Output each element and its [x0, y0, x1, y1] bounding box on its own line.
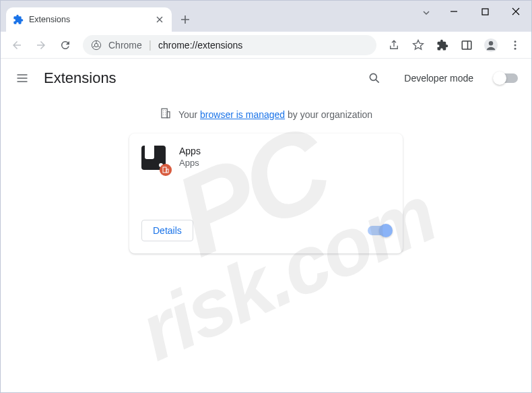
- extension-name: Apps: [179, 146, 201, 156]
- window-controls: [414, 1, 531, 32]
- extension-managed-badge-icon: [160, 164, 172, 176]
- svg-point-7: [514, 44, 517, 46]
- window-close-button[interactable]: [500, 1, 531, 22]
- building-icon: [160, 107, 172, 121]
- omnibox-separator: |: [149, 39, 152, 51]
- new-tab-button[interactable]: [176, 10, 195, 29]
- svg-rect-3: [462, 41, 471, 49]
- profile-avatar-icon[interactable]: [480, 34, 502, 56]
- managed-link[interactable]: browser is managed: [200, 109, 285, 120]
- extension-card-top: Apps Apps: [141, 146, 391, 205]
- extension-description: Apps: [179, 158, 201, 168]
- search-icon[interactable]: [366, 70, 383, 86]
- hamburger-menu-button[interactable]: [14, 70, 30, 86]
- details-button[interactable]: Details: [141, 220, 193, 241]
- tab-title: Extensions: [29, 15, 149, 24]
- svg-rect-12: [163, 167, 166, 173]
- tab-strip: Extensions: [1, 7, 414, 32]
- developer-mode-toggle[interactable]: [495, 73, 518, 83]
- extension-puzzle-icon: [13, 14, 24, 25]
- svg-rect-0: [482, 9, 488, 15]
- svg-point-8: [514, 47, 517, 49]
- extensions-page-header: Extensions Developer mode: [1, 59, 531, 98]
- browser-tab[interactable]: Extensions: [6, 7, 172, 32]
- svg-point-5: [489, 41, 493, 45]
- managed-prefix: Your: [178, 109, 200, 120]
- chevron-down-icon[interactable]: [414, 1, 438, 22]
- extension-enable-toggle[interactable]: [368, 226, 391, 235]
- svg-point-2: [94, 43, 98, 47]
- managed-banner: Your browser is managed by your organiza…: [1, 98, 531, 133]
- window-minimize-button[interactable]: [438, 1, 469, 22]
- tab-close-icon[interactable]: [154, 14, 165, 25]
- extensions-page: Extensions Developer mode Your browser i…: [1, 59, 531, 392]
- omnibox-url: chrome://extensions: [158, 40, 242, 51]
- window-titlebar: Extensions: [1, 1, 531, 32]
- managed-suffix: by your organization: [285, 109, 372, 120]
- svg-rect-11: [167, 112, 170, 118]
- page-title: Extensions: [44, 69, 353, 87]
- developer-mode-label: Developer mode: [404, 73, 473, 84]
- window-maximize-button[interactable]: [469, 1, 500, 22]
- svg-rect-13: [166, 169, 168, 173]
- extension-card-bottom: Details: [141, 220, 391, 241]
- extension-icon-wrap: [141, 146, 168, 173]
- share-icon[interactable]: [383, 34, 405, 56]
- omnibox-scheme-label: Chrome: [108, 40, 142, 51]
- svg-point-6: [514, 40, 517, 42]
- side-panel-icon[interactable]: [456, 34, 477, 56]
- extension-text: Apps Apps: [179, 146, 201, 205]
- omnibox[interactable]: Chrome | chrome://extensions: [83, 35, 376, 55]
- nav-back-button: [6, 34, 28, 56]
- managed-banner-text: Your browser is managed by your organiza…: [178, 109, 372, 120]
- browser-window: Extensions: [0, 0, 532, 393]
- svg-point-9: [370, 73, 377, 80]
- bookmark-star-icon[interactable]: [407, 34, 429, 56]
- nav-reload-button[interactable]: [55, 34, 76, 56]
- kebab-menu-icon[interactable]: [504, 34, 526, 56]
- browser-toolbar: Chrome | chrome://extensions: [1, 32, 531, 59]
- chrome-icon: [91, 40, 102, 51]
- nav-forward-button: [30, 34, 52, 56]
- extension-card: Apps Apps Details: [129, 133, 403, 253]
- extensions-puzzle-icon[interactable]: [432, 34, 453, 56]
- svg-rect-10: [162, 109, 167, 118]
